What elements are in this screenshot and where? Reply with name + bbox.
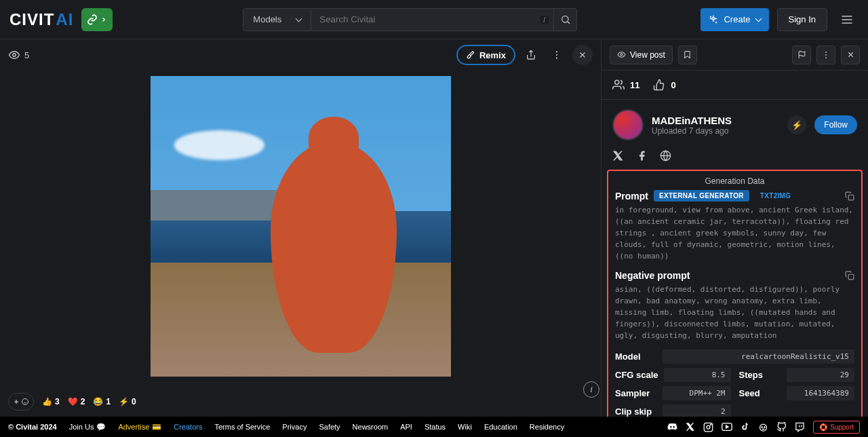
smile-icon [21,398,29,406]
param-steps-value: 29 [787,368,855,382]
footer-link-residency[interactable]: Residency [530,423,564,431]
footer-link-safety[interactable]: Safety [319,423,340,431]
txt2img-badge: TXT2IMG [755,190,796,202]
join-us-link[interactable]: Join Us 💬 [69,423,106,432]
slash-hint: / [540,16,549,24]
globe-icon[interactable] [660,150,671,162]
footer-link-tos[interactable]: Terms of Service [214,423,270,431]
view-count: 5 [8,49,29,61]
param-steps-label: Steps [739,370,781,380]
add-reaction-button[interactable] [8,393,34,411]
external-generator-badge: EXTERNAL GENERATOR [654,190,749,202]
share-icon [526,50,536,60]
footer-link-newsroom[interactable]: Newsroom [353,423,389,431]
eye-icon [8,49,20,61]
reddit-icon[interactable] [758,422,768,432]
link-icon [87,14,98,25]
logo[interactable]: CIVITAI [9,10,73,29]
reaction-thumbs[interactable]: 👍3 [42,397,60,406]
svg-point-15 [707,425,710,429]
svg-point-10 [615,80,619,84]
facebook-icon[interactable] [636,150,648,162]
copyright: © Civitai 2024 [8,423,57,431]
footer-link-privacy[interactable]: Privacy [282,423,307,431]
search-input[interactable] [311,8,554,31]
copy-icon [845,271,854,280]
x-icon[interactable] [612,150,624,162]
generation-data-panel: Generation Data Prompt EXTERNAL GENERATO… [607,170,863,417]
svg-rect-13 [848,274,854,280]
username[interactable]: MADEinATHENS [652,115,779,126]
param-seed-label: Seed [739,388,781,398]
svg-point-1 [13,54,16,57]
menu-button[interactable] [835,8,859,31]
footer-link-wiki[interactable]: Wiki [458,423,472,431]
close-sidebar-button[interactable] [841,45,860,64]
more-button[interactable] [547,45,567,65]
footer-link-creators[interactable]: Creators [174,423,202,431]
avatar[interactable] [612,109,644,140]
svg-point-17 [760,424,766,431]
models-filter-button[interactable]: Models [243,8,311,31]
bookmark-button[interactable] [678,45,697,64]
info-button[interactable]: i [583,381,599,398]
follow-button[interactable]: Follow [814,115,857,134]
param-sampler-label: Sampler [615,388,657,398]
uploaded-time: Uploaded 7 days ago [652,126,779,136]
reaction-laugh[interactable]: 😂1 [93,397,111,406]
remix-button[interactable]: Remix [456,45,515,65]
discord-icon[interactable] [667,422,677,432]
bookmark-icon [683,50,692,59]
copy-negative-button[interactable] [845,271,854,280]
tip-button[interactable]: ⚡ [787,115,806,134]
more-button[interactable] [816,45,835,64]
chevron-right-icon [100,16,107,23]
view-post-button[interactable]: View post [610,45,673,64]
tiktok-icon[interactable] [741,422,750,432]
youtube-icon[interactable] [722,421,732,432]
brush-icon [466,50,475,60]
svg-point-3 [556,54,557,56]
search-icon [560,14,571,25]
svg-point-2 [556,51,557,52]
footer: © Civitai 2024 Join Us 💬 Advertise 💳 Cre… [0,417,868,437]
instagram-icon[interactable] [703,422,713,432]
link-tool-badge[interactable] [81,8,113,31]
share-button[interactable] [521,45,541,65]
thumbs-up-icon [653,79,665,91]
reaction-zap[interactable]: ⚡0 [119,397,136,406]
prompt-text: in foreground, view from above, ancient … [615,204,854,262]
sparkle-icon [709,15,718,24]
footer-link-api[interactable]: API [400,423,412,431]
close-button[interactable] [572,45,593,65]
copy-prompt-button[interactable] [845,191,854,201]
twitch-icon[interactable] [795,422,805,432]
x-icon[interactable] [686,422,695,432]
advertise-link[interactable]: Advertise 💳 [118,423,161,432]
chevron-down-icon [296,14,301,24]
flag-button[interactable] [792,45,811,64]
param-cfg-value: 8.5 [664,368,731,382]
reactions-bar: 👍3 ❤️2 😂1 ⚡0 [0,387,601,417]
svg-point-5 [22,399,28,405]
search-button[interactable] [554,8,577,31]
chevron-down-icon [756,14,761,24]
support-button[interactable]: 🛟 Support [813,421,860,434]
create-label: Create [724,14,750,24]
dots-vertical-icon [821,50,831,60]
footer-link-education[interactable]: Education [484,423,517,431]
svg-point-9 [825,57,827,58]
signin-button[interactable]: Sign In [777,8,827,31]
generated-image[interactable] [151,76,451,377]
param-seed-value: 1641364389 [787,386,855,400]
github-icon[interactable] [776,422,787,432]
footer-link-status[interactable]: Status [425,423,446,431]
svg-point-7 [825,51,827,52]
svg-point-16 [711,424,711,425]
users-icon [612,79,625,91]
svg-point-18 [762,426,762,427]
negative-prompt-label: Negative prompt [615,270,690,281]
svg-point-6 [620,54,623,56]
reaction-heart[interactable]: ❤️2 [68,397,85,406]
create-button[interactable]: Create [701,8,768,31]
